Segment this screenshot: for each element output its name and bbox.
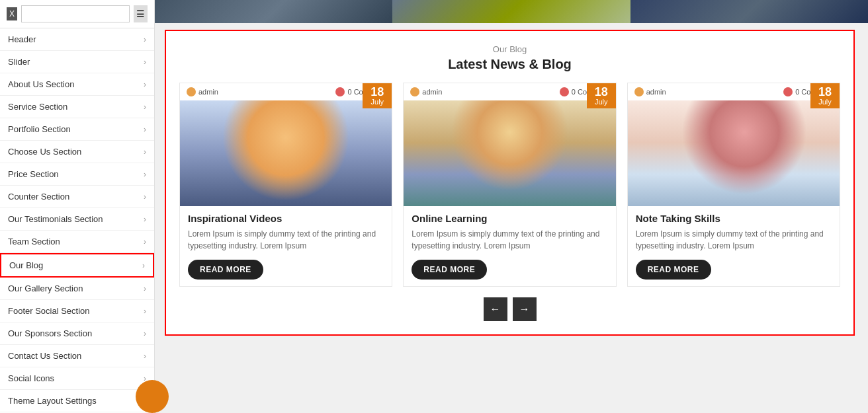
card-body: Note Taking Skills Lorem Ipsum is simply…	[628, 206, 840, 286]
sidebar-item-label: Footer Social Section	[8, 306, 90, 316]
card-author-info: admin	[187, 87, 218, 96]
blog-section: Our Blog Latest News & Blog admin 0 Comm…	[165, 30, 855, 336]
blog-subtitle: Our Blog	[179, 44, 840, 54]
read-more-button[interactable]: READ MORE	[412, 260, 487, 280]
read-more-button[interactable]: READ MORE	[188, 260, 263, 280]
sidebar-item-label: Contact Us Section	[8, 351, 81, 361]
blog-header: Our Blog Latest News & Blog	[179, 44, 840, 72]
sidebar-item-label: Header	[8, 34, 36, 44]
chevron-right-icon: ›	[144, 102, 146, 112]
sidebar-item-counter[interactable]: Counter Section ›	[0, 186, 154, 208]
sidebar-close-button[interactable]: X	[7, 7, 17, 20]
card-excerpt: Lorem Ipsum is simply dummy text of the …	[636, 228, 832, 252]
card-author: admin	[198, 88, 218, 96]
date-month: July	[368, 98, 386, 106]
sidebar-item-contact-us[interactable]: Contact Us Section ›	[0, 345, 154, 367]
card-date-badge: 18 July	[587, 83, 616, 108]
chevron-right-icon: ›	[144, 284, 146, 293]
chevron-right-icon: ›	[144, 237, 146, 246]
blog-cards-container: admin 0 Comment 18 July Inspirational Vi…	[179, 83, 840, 287]
sidebar-item-header[interactable]: Header ›	[0, 28, 154, 51]
sidebar-item-choose-us[interactable]: Choose Us Section ›	[0, 141, 154, 163]
prev-arrow-button[interactable]: ←	[484, 297, 507, 321]
sidebar-toggle-button[interactable]: ☰	[134, 5, 148, 22]
chevron-right-icon: ›	[144, 57, 146, 67]
main-content: Our Blog Latest News & Blog admin 0 Comm…	[155, 0, 868, 413]
sidebar-search-input[interactable]	[21, 5, 130, 22]
sidebar-item-team[interactable]: Team Section ›	[0, 231, 154, 253]
date-month: July	[816, 98, 834, 106]
blog-card-card-3: admin 0 Comment 18 July Note Taking Skil…	[627, 83, 840, 287]
comment-icon	[783, 87, 793, 96]
top-banner-img-2	[392, 0, 630, 23]
sidebar-item-label: Price Section	[8, 169, 59, 179]
chevron-right-icon: ›	[144, 147, 146, 157]
chevron-right-icon: ›	[144, 215, 146, 224]
card-title: Inspirational Videos	[188, 213, 384, 224]
sidebar-item-footer-social[interactable]: Footer Social Section ›	[0, 300, 154, 322]
sidebar-item-label: Our Gallery Section	[8, 283, 83, 293]
sidebar-item-sponsors[interactable]: Our Sponsors Section ›	[0, 322, 154, 345]
sidebar-item-price[interactable]: Price Section ›	[0, 163, 154, 186]
card-body: Inspirational Videos Lorem Ipsum is simp…	[180, 206, 392, 286]
sidebar-item-social-icons[interactable]: Social Icons ›	[0, 367, 154, 390]
sidebar-item-testimonials[interactable]: Our Testimonials Section ›	[0, 208, 154, 231]
card-excerpt: Lorem Ipsum is simply dummy text of the …	[188, 228, 384, 252]
sidebar-item-about-us[interactable]: About Us Section ›	[0, 73, 154, 96]
card-meta: admin 0 Comment 18 July	[180, 83, 392, 100]
sidebar-items-list: Header › Slider › About Us Section › Ser…	[0, 28, 154, 413]
card-excerpt: Lorem Ipsum is simply dummy text of the …	[412, 228, 607, 252]
sidebar-item-label: Portfolio Section	[8, 124, 71, 134]
chevron-right-icon: ›	[144, 170, 146, 179]
user-icon	[634, 87, 644, 96]
sidebar-item-theme-layout[interactable]: Theme Layout Settings ›	[0, 390, 154, 412]
blog-card-card-2: admin 0 Comment 18 July Online Learning …	[403, 83, 616, 287]
chevron-right-icon: ›	[144, 192, 146, 202]
card-meta: admin 0 Comment 18 July	[404, 83, 615, 100]
comment-icon	[560, 87, 569, 96]
card-date-badge: 18 July	[363, 83, 392, 108]
chevron-right-icon: ›	[144, 307, 146, 316]
sidebar-item-portfolio[interactable]: Portfolio Section ›	[0, 118, 154, 141]
sidebar-item-label: About Us Section	[8, 79, 74, 89]
sidebar-item-gallery[interactable]: Our Gallery Section ›	[0, 278, 154, 300]
date-number: 18	[592, 86, 611, 98]
comment-icon	[335, 87, 345, 96]
top-banner-images	[155, 0, 868, 23]
sidebar-item-our-blog[interactable]: Our Blog ›	[0, 253, 154, 278]
top-banner-img-1	[155, 0, 392, 23]
sidebar-item-slider[interactable]: Slider ›	[0, 51, 154, 73]
sidebar-item-label: Our Sponsors Section	[8, 328, 92, 338]
card-author: admin	[422, 88, 442, 96]
blog-card-card-1: admin 0 Comment 18 July Inspirational Vi…	[179, 83, 392, 287]
chevron-right-icon: ›	[144, 80, 146, 89]
read-more-button[interactable]: READ MORE	[636, 260, 711, 280]
date-number: 18	[368, 86, 386, 98]
chevron-right-icon: ›	[142, 261, 145, 270]
card-author-info: admin	[634, 87, 666, 96]
sidebar-item-label: Our Testimonials Section	[8, 214, 103, 224]
card-author-info: admin	[410, 87, 442, 96]
date-number: 18	[816, 86, 834, 98]
user-icon	[187, 87, 196, 96]
sidebar-top-bar: X ☰	[0, 0, 154, 28]
user-icon	[410, 87, 419, 96]
blog-navigation: ← →	[179, 297, 840, 321]
next-arrow-button[interactable]: →	[513, 297, 537, 321]
sidebar-item-service[interactable]: Service Section ›	[0, 96, 154, 118]
card-title: Note Taking Skills	[636, 213, 832, 224]
chevron-right-icon: ›	[144, 329, 146, 338]
chevron-right-icon: ›	[144, 352, 146, 361]
card-image	[180, 100, 392, 206]
sidebar-item-label: Counter Section	[8, 192, 69, 202]
card-body: Online Learning Lorem Ipsum is simply du…	[404, 206, 615, 286]
card-image	[628, 100, 840, 206]
top-banner-img-3	[630, 0, 868, 23]
card-author: admin	[646, 88, 666, 96]
sidebar-item-label: Slider	[8, 57, 30, 67]
card-meta: admin 0 Comment 18 July	[628, 83, 840, 100]
date-month: July	[592, 98, 611, 106]
chevron-right-icon: ›	[144, 35, 146, 44]
sidebar-item-label: Our Blog	[9, 260, 43, 270]
sidebar-item-label: Choose Us Section	[8, 147, 81, 157]
